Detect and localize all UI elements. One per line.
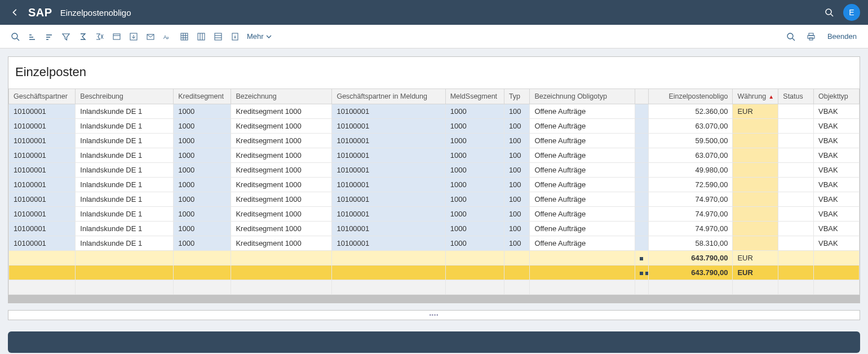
page-title: Einzelpostenobligo xyxy=(60,8,131,17)
sort-asc-button[interactable] xyxy=(24,28,41,45)
app-toolbar: Aᵦ Mehr Beenden xyxy=(0,25,868,48)
cell-wkz: EUR xyxy=(733,104,778,119)
table-row[interactable]: 10100001Inlandskunde DE 11000Kreditsegme… xyxy=(9,192,860,207)
cell-otyp: VBAK xyxy=(814,222,860,236)
col-otyp[interactable]: Objekttyp xyxy=(814,89,860,104)
cell-gpm xyxy=(332,266,445,280)
sum-button[interactable] xyxy=(74,28,91,45)
cell-msseg: 1000 xyxy=(445,236,504,251)
cell-status xyxy=(778,207,814,222)
table-row[interactable]: 10100001Inlandskunde DE 11000Kreditsegme… xyxy=(9,134,860,148)
cell-flag xyxy=(635,222,648,236)
more-label: Mehr xyxy=(247,32,264,41)
cell-kseg: 1000 xyxy=(174,163,231,178)
cell-gpm: 10100001 xyxy=(332,192,445,207)
cell-bez xyxy=(231,266,332,280)
subtotal-button[interactable] xyxy=(91,28,108,45)
table-row[interactable]: 10100001Inlandskunde DE 11000Kreditsegme… xyxy=(9,148,860,163)
table-row[interactable]: 10100001Inlandskunde DE 11000Kreditsegme… xyxy=(9,222,860,236)
cell-typ: 100 xyxy=(504,148,530,163)
cell-typ: 100 xyxy=(504,104,530,119)
cell-bez: Kreditsegment 1000 xyxy=(231,134,332,148)
col-bezot[interactable]: Bezeichnung Obligotyp xyxy=(530,89,635,104)
col-typ[interactable]: Typ xyxy=(504,89,530,104)
shell-header: SAP Einzelpostenobligo E xyxy=(0,0,868,25)
line-items-table[interactable]: GeschäftspartnerBeschreibungKreditsegmen… xyxy=(8,88,860,295)
cell-besch: Inlandskunde DE 1 xyxy=(76,148,174,163)
cell-bez: Kreditsegment 1000 xyxy=(231,192,332,207)
cell-besch xyxy=(76,266,174,280)
horizontal-scrollbar[interactable] xyxy=(8,295,860,303)
cell-gpm: 10100001 xyxy=(332,207,445,222)
back-button[interactable] xyxy=(8,5,23,20)
cell-besch: Inlandskunde DE 1 xyxy=(76,163,174,178)
cell-besch: Inlandskunde DE 1 xyxy=(76,207,174,222)
mail-button[interactable] xyxy=(142,28,159,45)
cell-kseg xyxy=(174,251,231,266)
cell-gp: 10100001 xyxy=(9,134,76,148)
cell-flag xyxy=(635,148,648,163)
col-msseg[interactable]: MeldSsegment xyxy=(445,89,504,104)
cell-kseg: 1000 xyxy=(174,119,231,134)
col-gpm[interactable]: Geschäftspartner in Meldung xyxy=(332,89,445,104)
layout-button[interactable] xyxy=(108,28,125,45)
table-row[interactable]: 10100001Inlandskunde DE 11000Kreditsegme… xyxy=(9,104,860,119)
table-row[interactable]: 10100001Inlandskunde DE 11000Kreditsegme… xyxy=(9,119,860,134)
cell-besch: Inlandskunde DE 1 xyxy=(76,192,174,207)
export-button[interactable] xyxy=(125,28,142,45)
table-row[interactable]: 10100001Inlandskunde DE 11000Kreditsegme… xyxy=(9,236,860,251)
cell-gpm: 10100001 xyxy=(332,134,445,148)
splitter-handle[interactable]: •••• xyxy=(8,310,860,320)
grid2-button[interactable] xyxy=(193,28,210,45)
grid3-button[interactable] xyxy=(210,28,227,45)
abc-button[interactable]: Aᵦ xyxy=(159,28,176,45)
cell-otyp: VBAK xyxy=(814,192,860,207)
grid-button[interactable] xyxy=(176,28,193,45)
cell-gp: 10100001 xyxy=(9,104,76,119)
table-row[interactable]: 10100001Inlandskunde DE 11000Kreditsegme… xyxy=(9,207,860,222)
print-button[interactable] xyxy=(803,28,820,45)
col-kseg[interactable]: Kreditsegment xyxy=(174,89,231,104)
cell-msseg: 1000 xyxy=(445,163,504,178)
table-row[interactable]: 10100001Inlandskunde DE 11000Kreditsegme… xyxy=(9,163,860,178)
col-ep[interactable]: Einzelpostenobligo xyxy=(648,89,733,104)
cell-bez xyxy=(231,251,332,266)
col-flag[interactable] xyxy=(635,89,648,104)
exit-button[interactable]: Beenden xyxy=(823,32,861,41)
col-status[interactable]: Status xyxy=(778,89,814,104)
cell-gpm: 10100001 xyxy=(332,163,445,178)
search-icon xyxy=(825,8,834,17)
cell-besch: Inlandskunde DE 1 xyxy=(76,178,174,192)
cell-msseg: 1000 xyxy=(445,222,504,236)
cell-status xyxy=(778,134,814,148)
sort-desc-button[interactable] xyxy=(41,28,57,45)
cell-gp: 10100001 xyxy=(9,207,76,222)
cell-status xyxy=(778,222,814,236)
table-row[interactable]: 10100001Inlandskunde DE 11000Kreditsegme… xyxy=(9,178,860,192)
cell-otyp xyxy=(814,251,860,266)
cell-wkz xyxy=(733,148,778,163)
info-button[interactable] xyxy=(227,28,243,45)
col-bez[interactable]: Bezeichnung xyxy=(231,89,332,104)
cell-bezot xyxy=(530,251,635,266)
shell-search-button[interactable] xyxy=(821,4,838,21)
cell-flag xyxy=(635,163,648,178)
more-menu[interactable]: Mehr xyxy=(243,32,275,41)
cell-gpm: 10100001 xyxy=(332,104,445,119)
svg-rect-10 xyxy=(198,33,205,40)
col-besch[interactable]: Beschreibung xyxy=(76,89,174,104)
detail-button[interactable] xyxy=(7,28,24,45)
cell-typ: 100 xyxy=(504,134,530,148)
cell-msseg: 1000 xyxy=(445,148,504,163)
svg-rect-4 xyxy=(113,34,120,39)
filter-button[interactable] xyxy=(57,28,74,45)
cell-otyp: VBAK xyxy=(814,134,860,148)
cell-besch: Inlandskunde DE 1 xyxy=(76,134,174,148)
user-avatar[interactable]: E xyxy=(843,4,860,21)
cell-typ: 100 xyxy=(504,163,530,178)
cell-ep: 63.070,00 xyxy=(648,148,733,163)
find-button[interactable] xyxy=(782,28,799,45)
col-gp[interactable]: Geschäftspartner xyxy=(9,89,76,104)
cell-otyp: VBAK xyxy=(814,236,860,251)
col-wkz[interactable]: Währung▲ xyxy=(733,89,778,104)
